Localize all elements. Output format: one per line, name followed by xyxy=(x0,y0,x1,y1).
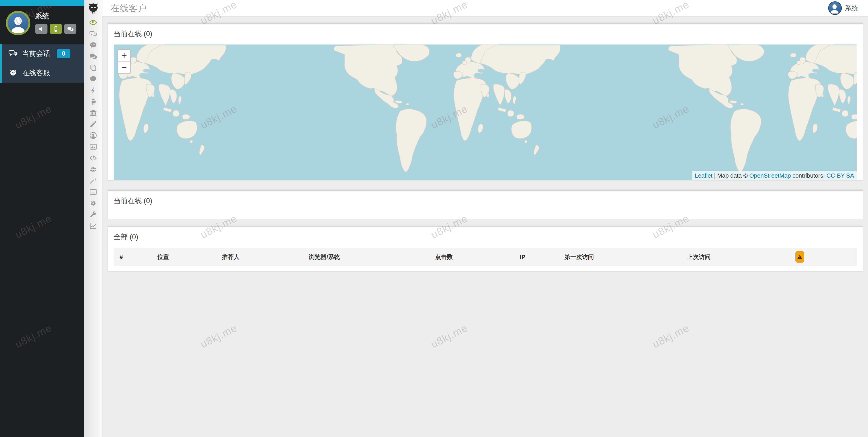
column-header-label: 上次访问 xyxy=(687,253,710,260)
visitors-table: #位置推荐人浏览器/系统点击数IP第一次访问上次访问 xyxy=(114,248,857,266)
rail-item-gear-icon[interactable] xyxy=(84,197,102,209)
user-panel: 系统 xyxy=(0,6,84,39)
rail-item-line-chart-icon[interactable] xyxy=(84,220,102,231)
column-header-label: 位置 xyxy=(157,253,169,260)
column-header-1: 位置 xyxy=(155,248,219,266)
sidebar-accent-strip xyxy=(0,0,84,6)
sidebar: 系统 当前会话0在线客服 xyxy=(0,0,84,437)
rail-item-comment-icon[interactable] xyxy=(84,73,102,85)
map-zoom-control: + − xyxy=(117,49,131,74)
column-header-label: 浏览器/系统 xyxy=(309,253,340,260)
line-chart-icon xyxy=(90,222,97,229)
rail-item-chat-bubbles-outline-icon[interactable] xyxy=(84,28,102,39)
mobile-button[interactable] xyxy=(50,24,62,34)
sidebar-menu: 当前会话0在线客服 xyxy=(0,44,84,83)
icon-rail xyxy=(84,0,102,437)
profile-action-buttons xyxy=(35,24,76,34)
rail-item-android-icon[interactable] xyxy=(84,96,102,107)
person-icon xyxy=(8,14,29,35)
map-zoom-out-button[interactable]: − xyxy=(118,62,130,73)
session-count-badge: 0 xyxy=(57,49,70,58)
table-header-row: #位置推荐人浏览器/系统点击数IP第一次访问上次访问 xyxy=(114,248,857,266)
leaflet-link[interactable]: Leaflet xyxy=(695,172,712,179)
map-attribution: Leaflet | Map data © OpenStreetMap contr… xyxy=(692,171,857,180)
rail-item-pencil-icon[interactable] xyxy=(84,118,102,130)
rail-item-picture-chart-icon[interactable] xyxy=(84,141,102,152)
column-header-label: IP xyxy=(520,253,526,260)
rail-item-user-circle-icon[interactable] xyxy=(84,130,102,141)
bolt-icon xyxy=(90,87,97,94)
online-customer-service-app: 系统 当前会话0在线客服 在线客户 系统 当前在线 xyxy=(0,0,868,437)
column-header-7: 上次访问 xyxy=(684,248,791,266)
main-area: 在线客户 系统 当前在线 (0) xyxy=(102,0,868,437)
speaker-icon xyxy=(38,26,45,32)
warning-icon xyxy=(797,254,802,260)
license-link[interactable]: CC-BY-SA xyxy=(827,172,854,179)
page-title: 在线客户 xyxy=(111,2,828,14)
world-map-tiles xyxy=(114,44,857,180)
panel-title-online-list: 当前在线 (0) xyxy=(107,191,863,211)
wrench-icon xyxy=(90,211,97,218)
chat-bubbles-icon xyxy=(8,49,18,58)
copy-icon xyxy=(90,64,97,71)
panel-title-online-map: 当前在线 (0) xyxy=(107,24,863,44)
chat-bubbles-filled-icon xyxy=(90,53,97,60)
code-icon xyxy=(90,154,97,162)
attribution-contributors: contributors, xyxy=(791,172,827,179)
column-header-0: # xyxy=(114,248,155,266)
rail-item-chat-bubbles-filled-icon[interactable] xyxy=(84,51,102,62)
column-header-3: 浏览器/系统 xyxy=(306,248,432,266)
rail-item-copy-icon[interactable] xyxy=(84,62,102,73)
panel-online-map: 当前在线 (0) xyxy=(107,23,863,180)
chat-button[interactable] xyxy=(64,24,76,34)
chat-bubbles-outline-icon xyxy=(90,30,97,37)
warning-button[interactable] xyxy=(796,251,804,262)
content: 当前在线 (0) xyxy=(102,17,868,437)
rail-item-magic-wand-icon[interactable] xyxy=(84,175,102,186)
topbar-user-menu[interactable]: 系统 xyxy=(828,1,859,15)
rail-item-wrench-icon[interactable] xyxy=(84,209,102,220)
rail-item-eye-icon[interactable] xyxy=(84,17,102,28)
rail-item-code-icon[interactable] xyxy=(84,152,102,164)
sidebar-item-online-service[interactable]: 在线客服 xyxy=(2,63,84,83)
rail-item-bank-icon[interactable] xyxy=(84,107,102,118)
user-name: 系统 xyxy=(35,11,76,21)
panel-title-all-visitors: 全部 (0) xyxy=(107,227,863,247)
mobile-icon xyxy=(53,26,59,32)
online-list-empty-body xyxy=(107,211,863,219)
sidebar-item-current-sessions[interactable]: 当前会话0 xyxy=(2,44,84,63)
gear-icon xyxy=(90,199,97,207)
chat-icon xyxy=(67,26,74,32)
users-icon xyxy=(90,166,97,173)
column-header-4: 点击数 xyxy=(432,248,517,266)
column-header-label: # xyxy=(120,253,123,260)
rail-item-list-icon[interactable] xyxy=(84,186,102,197)
magic-wand-icon xyxy=(90,177,97,184)
topbar-user-avatar xyxy=(828,1,842,15)
openstreetmap-link[interactable]: OpenStreetMap xyxy=(749,172,791,179)
column-header-label: 推荐人 xyxy=(222,253,240,260)
comment-dots-icon xyxy=(90,41,97,49)
pencil-icon xyxy=(90,120,97,128)
sidebar-item-label: 当前会话 xyxy=(22,49,50,58)
panel-all-visitors: 全部 (0) #位置推荐人浏览器/系统点击数IP第一次访问上次访问 xyxy=(107,226,863,271)
agent-owl-icon xyxy=(8,68,18,77)
column-header-label: 第一次访问 xyxy=(564,253,594,260)
person-icon xyxy=(829,3,840,14)
topbar: 在线客户 系统 xyxy=(102,0,868,17)
owl-logo[interactable] xyxy=(84,0,102,17)
column-header-2: 推荐人 xyxy=(219,248,306,266)
rail-item-users-icon[interactable] xyxy=(84,164,102,175)
user-circle-icon xyxy=(90,132,97,139)
column-header-6: 第一次访问 xyxy=(562,248,684,266)
rail-item-bolt-icon[interactable] xyxy=(84,85,102,96)
sidebar-item-label: 在线客服 xyxy=(22,68,50,78)
speaker-button[interactable] xyxy=(35,24,48,34)
owl-logo xyxy=(87,2,100,15)
comment-icon xyxy=(90,75,97,83)
column-header-label: 点击数 xyxy=(435,253,453,260)
rail-item-comment-dots-icon[interactable] xyxy=(84,39,102,51)
list-icon xyxy=(90,188,97,196)
map-zoom-in-button[interactable]: + xyxy=(118,50,130,62)
world-map[interactable]: + − Leaflet | Map data © OpenStreetMap c… xyxy=(114,44,857,180)
